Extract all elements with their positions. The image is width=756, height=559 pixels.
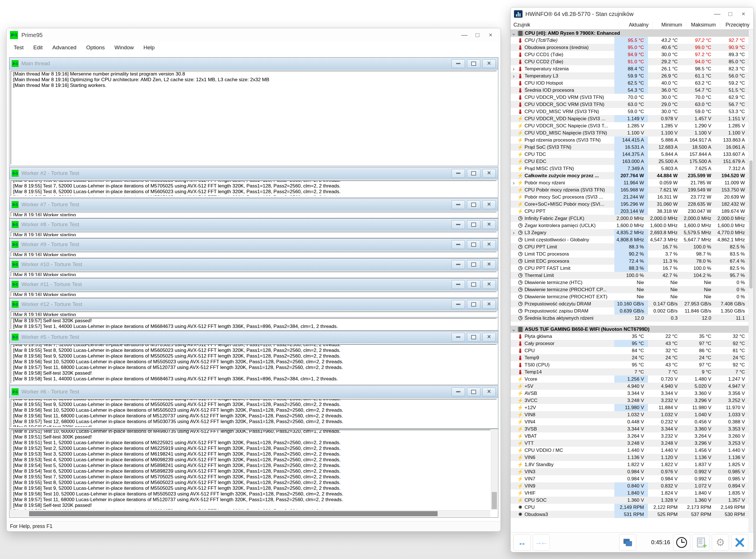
close-button[interactable]: ×	[482, 333, 496, 342]
sensor-row[interactable]: ⚡VIN30.984 V0.976 V0.992 V0.985 V	[511, 468, 749, 475]
sensor-row[interactable]: ⚡Vcore1.256 V0.720 V1.480 V1.247 V	[511, 376, 749, 383]
collapse-window-button[interactable]: →←	[533, 534, 550, 551]
sensor-row[interactable]: CPU84 °C32 °C86 °C81 °C	[511, 347, 749, 354]
sensor-row[interactable]: ⚡VIN70.984 V0.984 V0.992 V0.985 V	[511, 475, 749, 483]
sensor-row[interactable]: Dławienie termiczne (HTC)NieNieNie0 %	[511, 279, 749, 286]
close-icon[interactable]: ×	[484, 30, 497, 40]
sensor-row[interactable]: ⚡VIN40.448 V0.232 V0.456 V0.388 V	[511, 418, 749, 425]
sensor-row[interactable]: CPU VDD_MISC VRM (SVI3 TFN)59.0 °C30.0 °…	[511, 108, 749, 115]
column-header-czujnik[interactable]: Czujnik	[511, 22, 619, 28]
sensor-row[interactable]: ⚡Prąd SoC (SVI3 TFN)16.531 A12.683 A18.5…	[511, 143, 749, 151]
close-sensors-button[interactable]	[731, 534, 748, 551]
restore-button[interactable]	[467, 387, 480, 396]
sensor-row[interactable]: ⚡CPU VDDCR_SOC Napięcie (SVI3 T...1.285 …	[511, 122, 749, 129]
report-button[interactable]	[692, 534, 710, 551]
sensor-row[interactable]: ⚡CPU VDDIO / MC1.440 V1.440 V1.456 V1.44…	[511, 447, 749, 454]
sensor-row[interactable]: Dławienie termiczne (PROCHOT CP...NieNie…	[511, 286, 749, 293]
close-button[interactable]: ×	[482, 387, 496, 396]
sensor-row[interactable]: ⚡VIN81.032 V1.032 V1.040 V1.033 V	[511, 411, 749, 418]
sensor-row[interactable]: CPU PPT Limit88.3 %16.7 %100.0 %82.5 %	[511, 243, 749, 250]
chevron-down-icon[interactable]: ⌄	[511, 30, 517, 37]
child-titlebar[interactable]: 2ᵖ-1Worker #6 - Torture Test×	[9, 386, 498, 398]
sensor-row[interactable]: ⚡CPU VDDCR_VDD Napięcie (SVI3 ...1.149 V…	[511, 115, 749, 122]
sensor-row[interactable]: CPU IOD Hotspot62.5 °C40.0 °C63.2 °C59.2…	[511, 80, 749, 87]
child-titlebar[interactable]: 2ᵖ-1Worker #7 - Torture Test×	[9, 199, 498, 211]
sensor-row[interactable]: CPU PPT FAST Limit88.3 %16.7 %100.0 %82.…	[511, 265, 749, 272]
hwinfo-titlebar[interactable]: HWiNFO® 64 v8.28-5770 - Stan czujników —…	[511, 7, 753, 21]
sensor-row[interactable]: ⚡CPU VDD_MISC Napięcie (SVI3 TFN)1.100 V…	[511, 129, 749, 136]
column-header-aktualny[interactable]: Aktualny	[619, 22, 652, 28]
menu-item-test[interactable]: Test	[9, 44, 28, 51]
child-titlebar[interactable]: 2ᵖ-1Worker #5 - Torture Test×	[9, 331, 498, 343]
column-header-minimum[interactable]: Minimum	[652, 22, 686, 28]
sensor-section-header[interactable]: ⌄CPU [#0]: AMD Ryzen 9 7900X: Enhanced	[511, 30, 749, 37]
sensor-row[interactable]: ⚡CPU SOC1.360 V1.328 V1.360 V1.357 V	[511, 497, 749, 504]
sensor-row[interactable]: Dławienie termiczne (PROCHOT EXT)NieNieN…	[511, 293, 749, 300]
sensor-row[interactable]: Średnia IOD procesora54.3 °C36.0 °C54.7 …	[511, 87, 749, 94]
restore-button[interactable]	[467, 240, 480, 249]
restore-button[interactable]	[467, 200, 480, 209]
sensor-row[interactable]: Limit EDC procesora72.4 %11.3 %78.0 %67.…	[511, 258, 749, 265]
menu-item-options[interactable]: Options	[81, 44, 109, 51]
horizontal-scrollbar[interactable]	[10, 510, 490, 517]
sensor-row[interactable]: TSI0 (CPU)95 °C43 °C97 °C92 °C	[511, 361, 749, 368]
sensor-row[interactable]: Limit częstotliwości - Globalny4,808.8 M…	[511, 236, 749, 243]
child-titlebar[interactable]: 2ᵖ-1Main thread×	[9, 58, 498, 70]
scrollbar-thumb[interactable]	[29, 511, 437, 516]
sensor-row[interactable]: ⚡Pobór mocy SoC procesora (SVI3 ...21.24…	[511, 194, 749, 201]
sensor-row[interactable]: ⚡Prąd rdzenia procesora (SVI3 TFN)144.41…	[511, 136, 749, 143]
close-button[interactable]: ×	[482, 200, 496, 209]
sensor-row[interactable]: ›⚡Pobór mocy rdzeni11.964 W0.059 W21.785…	[511, 179, 749, 186]
sensor-row[interactable]: ⚡3VCC3.248 V3.232 V3.296 V3.252 V	[511, 397, 749, 404]
child-titlebar[interactable]: 2ᵖ-1Worker #9 - Torture Test×	[9, 239, 498, 251]
maximize-icon[interactable]: □	[724, 9, 737, 19]
maximize-icon[interactable]: □	[471, 30, 484, 40]
minimize-button[interactable]	[452, 220, 465, 229]
minimize-button[interactable]	[452, 280, 465, 289]
menu-item-help[interactable]: Help	[138, 44, 159, 51]
sensor-row[interactable]: CPU VDDCR_VDD VRM (SVI3 TFN)70.0 °C30.0 …	[511, 94, 749, 101]
chevron-down-icon[interactable]: ⌄	[511, 326, 517, 333]
sensor-row[interactable]: ⚡CPU Pobór mocy rdzenia (SVI3 TFN)165.96…	[511, 186, 749, 194]
sensor-row[interactable]: ⚡AVSB3.344 V3.344 V3.360 V3.356 V	[511, 390, 749, 397]
remote-monitoring-button[interactable]	[619, 534, 636, 551]
sensor-row[interactable]: Przepustowość zapisu DRAM0.639 GB/s0.002…	[511, 308, 749, 315]
close-button[interactable]: ×	[482, 220, 496, 229]
sensor-row[interactable]: ⚡VHIF1.840 V1.824 V1.840 V1.835 V	[511, 490, 749, 497]
minimize-button[interactable]	[452, 59, 465, 68]
sensor-row[interactable]: Cały procesor95 °C43 °C97 °C92 °C	[511, 340, 749, 347]
sensor-row[interactable]: ✺CPU2,149 RPM2,122 RPM2,173 RPM2,149 RPM	[511, 504, 749, 511]
minimize-button[interactable]	[452, 300, 465, 309]
minimize-button[interactable]	[452, 387, 465, 396]
close-button[interactable]: ×	[482, 280, 496, 289]
minimize-button[interactable]	[452, 200, 465, 209]
sensor-row[interactable]: CPU CCD1 (Tdie)94.9 °C30.0 °C97.2 °C89.3…	[511, 51, 749, 58]
sensor-row[interactable]: Thermal Limit100.0 %42.7 %104.2 %95.7 %	[511, 272, 749, 279]
sensor-row[interactable]: Płyta główna35 °C22 °C35 °C32 °C	[511, 333, 749, 340]
sensor-section-header[interactable]: ⌄ASUS TUF GAMING B650-E WIFI (Nuvoton NC…	[511, 326, 749, 333]
sensor-row[interactable]: ⚡CPU TDC144.375 A5.844 A157.844 A133.607…	[511, 151, 749, 158]
menu-item-edit[interactable]: Edit	[28, 44, 48, 51]
child-titlebar[interactable]: 2ᵖ-1Worker #2 - Torture Test×	[9, 167, 498, 179]
sensor-row[interactable]: ⚡+5V4.940 V4.940 V5.020 V4.947 V	[511, 383, 749, 390]
minimize-icon[interactable]: —	[711, 9, 724, 19]
sensor-row[interactable]: ⚡1,8V Standby1.822 V1.822 V1.837 V1.825 …	[511, 461, 749, 468]
child-titlebar[interactable]: 2ᵖ-1Worker #12 - Torture Test×	[9, 298, 498, 311]
sensor-row[interactable]: Obudowa procesora (średnia)95.0 °C40.6 °…	[511, 44, 749, 51]
minimize-button[interactable]	[452, 240, 465, 249]
sensor-row[interactable]: Temp147 °C7 °C9 °C7 °C	[511, 368, 749, 376]
chevron-expand-icon[interactable]: ›	[511, 72, 517, 80]
sensor-row[interactable]: Limit TDC procesora90.2 %3.7 %98.7 %83.5…	[511, 250, 749, 258]
column-header-przeciętny[interactable]: Przeciętny	[720, 22, 753, 28]
close-button[interactable]: ×	[482, 169, 496, 178]
sensor-row[interactable]: ⚡CPU EDC163.000 A25.500 A175.500 A151.67…	[511, 158, 749, 165]
sensor-row[interactable]: ⚡VBAT3.264 V3.232 V3.264 V3.260 V	[511, 432, 749, 440]
menu-item-advanced[interactable]: Advanced	[48, 44, 82, 51]
sensor-row[interactable]: Temp924 °C24 °C24 °C24 °C	[511, 354, 749, 361]
restore-button[interactable]	[467, 59, 480, 68]
sensor-row[interactable]: CPU CCD2 (Tdie)91.0 °C29.2 °C94.0 °C85.0…	[511, 58, 749, 65]
child-titlebar[interactable]: 2ᵖ-1Worker #10 - Torture Test×	[9, 259, 498, 271]
restore-button[interactable]	[467, 300, 480, 309]
minimize-button[interactable]	[452, 260, 465, 269]
sensor-row[interactable]: ⚡VIN90.840 V0.832 V1.072 V0.894 V	[511, 483, 749, 490]
